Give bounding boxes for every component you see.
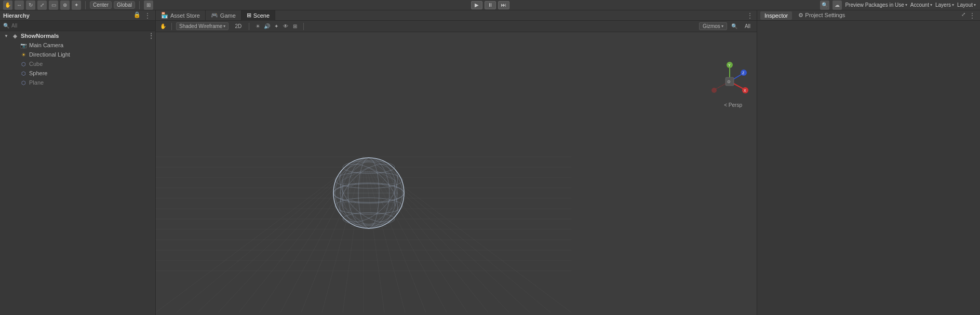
inspector-tab-label: Inspector — [764, 12, 788, 19]
asset-store-icon: 🏪 — [161, 12, 168, 19]
scene-view-options: ☀ 🔊 ✦ 👁 ⊞ — [253, 22, 299, 31]
lighting-icon[interactable]: ☀ — [253, 22, 262, 31]
playback-controls: ▶ ⏸ ⏭ — [471, 1, 509, 9]
hierarchy-panel: Hierarchy 🔒 ⋮ 🔍 ▼ ◈ ShowNormals ⋮ 📷 Main — [0, 10, 156, 315]
hierarchy-label-shownormals: ShowNormals — [21, 33, 59, 39]
hierarchy-lock-icon[interactable]: 🔒 — [133, 11, 141, 20]
tab-project-settings[interactable]: ⚙ Project Settings — [794, 11, 849, 20]
scene-content[interactable]: Y X Z ⊙ < — [156, 32, 757, 315]
hierarchy-header-icons: 🔒 ⋮ — [133, 11, 152, 20]
hierarchy-label-main-camera: Main Camera — [29, 42, 63, 48]
tab-scene-label: Scene — [253, 12, 270, 19]
hierarchy-label-plane: Plane — [29, 79, 44, 86]
maximize-icon[interactable]: ⤢ — [961, 11, 965, 20]
perspective-label[interactable]: < Persp — [724, 102, 742, 108]
cloud-icon[interactable]: ☁ — [833, 1, 842, 10]
grid-scene-icon[interactable]: ⊞ — [291, 22, 299, 31]
search-scene-icon[interactable]: 🔍 — [730, 22, 739, 31]
preview-packages-button[interactable]: Preview Packages in Use ▾ — [845, 2, 907, 8]
hierarchy-list: ▼ ◈ ShowNormals ⋮ 📷 Main Camera ☀ Direct… — [0, 31, 155, 315]
hierarchy-header: Hierarchy 🔒 ⋮ — [0, 10, 155, 21]
custom-tool-icon[interactable]: ✦ — [72, 1, 81, 10]
account-arrow: ▾ — [930, 3, 932, 7]
svg-text:⊙: ⊙ — [727, 79, 731, 84]
hierarchy-item-directional-light[interactable]: ☀ Directional Light — [0, 50, 155, 59]
scale-tool-icon[interactable]: ⤢ — [37, 1, 47, 10]
plane-icon: ⬡ — [20, 79, 27, 86]
hierarchy-label-cube: Cube — [29, 61, 43, 67]
gizmos-dropdown[interactable]: Gizmos ▾ — [699, 22, 727, 30]
global-toggle[interactable]: Global — [114, 1, 135, 9]
tab-game-label: Game — [220, 12, 236, 19]
hierarchy-item-shownormals[interactable]: ▼ ◈ ShowNormals ⋮ — [0, 31, 155, 40]
tab-asset-store[interactable]: 🏪 Asset Store — [156, 10, 206, 21]
play-button[interactable]: ▶ — [471, 1, 482, 9]
hierarchy-title: Hierarchy — [3, 12, 30, 19]
rotate-tool-icon[interactable]: ↻ — [26, 1, 35, 10]
2d-mode-button[interactable]: 2D — [232, 22, 245, 30]
right-panel-menu[interactable]: ⋮ — [968, 11, 977, 20]
account-button[interactable]: Account ▾ — [910, 2, 932, 8]
pause-button[interactable]: ⏸ — [485, 1, 496, 9]
hierarchy-item-cube[interactable]: ⬡ Cube — [0, 59, 155, 69]
search-icon[interactable]: 🔍 — [820, 1, 829, 10]
hand-scene-icon[interactable]: ✋ — [159, 22, 167, 31]
tab-asset-store-label: Asset Store — [170, 12, 200, 19]
shading-mode-arrow: ▾ — [223, 24, 225, 29]
top-toolbar: ✋ ↔ ↻ ⤢ ▭ ⊕ ✦ Center Global ⊞ ▶ ⏸ ⏭ 🔍 ☁ — [0, 0, 980, 10]
audio-icon[interactable]: 🔊 — [263, 22, 271, 31]
hierarchy-item-main-camera[interactable]: 📷 Main Camera — [0, 40, 155, 50]
grid-icon[interactable]: ⊞ — [144, 1, 153, 10]
scene-visibility-icon[interactable]: 👁 — [281, 22, 290, 31]
scene-tabs-menu[interactable]: ⋮ — [743, 10, 757, 21]
gizmos-arrow: ▾ — [721, 24, 723, 29]
center-toggle[interactable]: Center — [90, 1, 112, 9]
hand-tool-icon[interactable]: ✋ — [3, 1, 12, 10]
hierarchy-item-plane[interactable]: ⬡ Plane — [0, 78, 155, 87]
hierarchy-search-input[interactable] — [11, 23, 152, 29]
scene-toolbar-sep3 — [303, 23, 304, 30]
layout-button[interactable]: Layout ▾ — [957, 2, 976, 8]
hierarchy-item-sphere[interactable]: ⬡ Sphere — [0, 69, 155, 78]
svg-point-94 — [711, 88, 717, 93]
tab-scene[interactable]: ⊞ Scene — [241, 10, 275, 21]
right-panel-tabs: Inspector ⚙ Project Settings — [760, 11, 849, 20]
directional-light-icon: ☀ — [20, 51, 27, 58]
project-settings-icon: ⚙ — [798, 12, 803, 18]
layers-button[interactable]: Layers ▾ — [935, 2, 954, 8]
all-tool-icon[interactable]: ⊕ — [60, 1, 70, 10]
layout-arrow: ▾ — [974, 3, 976, 7]
preview-packages-arrow: ▾ — [905, 3, 907, 7]
right-panel-maximize: ⤢ ⋮ — [961, 11, 977, 20]
scene-toolbar-sep1 — [171, 23, 172, 30]
scene-view: 🏪 Asset Store 🎮 Game ⊞ Scene ⋮ ✋ Shaded … — [156, 10, 757, 315]
right-panel-header: Inspector ⚙ Project Settings ⤢ ⋮ — [757, 10, 980, 21]
hierarchy-menu-icon[interactable]: ⋮ — [143, 11, 152, 20]
tree-expand-shownormals: ▼ — [4, 34, 9, 38]
fx-icon[interactable]: ✦ — [272, 22, 280, 31]
gizmos-label: Gizmos — [703, 23, 720, 29]
svg-text:Y: Y — [728, 63, 731, 67]
scene-toolbar-sep2 — [249, 23, 249, 30]
hierarchy-label-sphere: Sphere — [29, 70, 47, 76]
separator-1 — [85, 1, 86, 9]
orientation-gizmo[interactable]: Y X Z ⊙ — [709, 61, 750, 102]
move-tool-icon[interactable]: ↔ — [15, 1, 24, 10]
tab-game[interactable]: 🎮 Game — [206, 10, 241, 21]
cube-icon: ⬡ — [20, 60, 27, 67]
shading-mode-dropdown[interactable]: Shaded Wireframe ▾ — [176, 22, 229, 30]
step-button[interactable]: ⏭ — [498, 1, 509, 9]
all-filter-btn[interactable]: All — [742, 22, 754, 30]
hierarchy-search-bar: 🔍 — [0, 21, 155, 31]
shading-mode-label: Shaded Wireframe — [179, 23, 222, 29]
scene-toolbar: ✋ Shaded Wireframe ▾ 2D ☀ 🔊 ✦ 👁 ⊞ G — [156, 21, 757, 32]
right-panel: Inspector ⚙ Project Settings ⤢ ⋮ — [757, 10, 980, 315]
toolbar-right: 🔍 ☁ Preview Packages in Use ▾ Account ▾ … — [820, 1, 980, 10]
gizmo-svg: Y X Z ⊙ — [709, 61, 750, 102]
rect-tool-icon[interactable]: ▭ — [49, 1, 58, 10]
scene-grid — [156, 32, 757, 315]
shownormals-menu[interactable]: ⋮ — [147, 32, 155, 39]
tab-inspector[interactable]: Inspector — [760, 11, 792, 20]
main-layout: Hierarchy 🔒 ⋮ 🔍 ▼ ◈ ShowNormals ⋮ 📷 Main — [0, 10, 980, 315]
project-settings-label: Project Settings — [805, 12, 845, 18]
